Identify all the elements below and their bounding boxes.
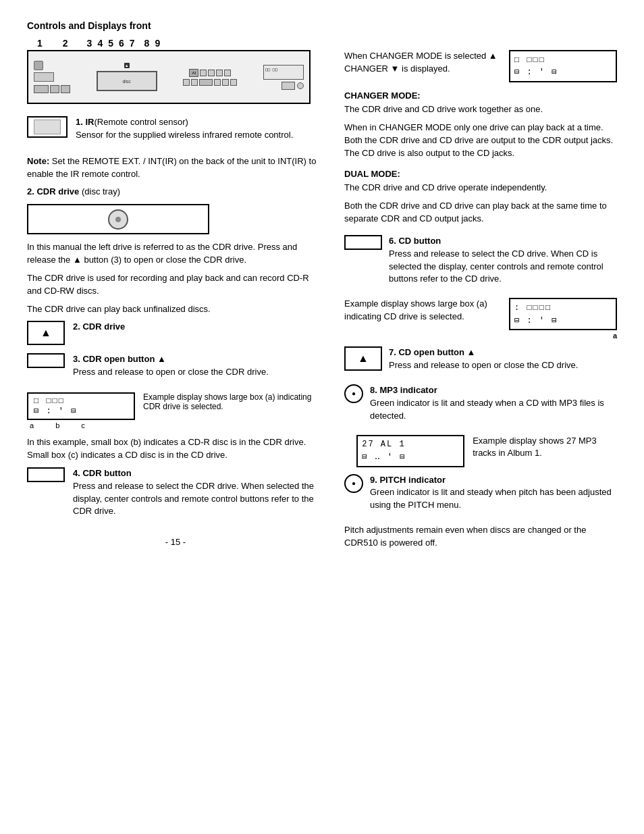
item-2-qualifier: (disc tray) — [82, 186, 120, 197]
cd-display-a-label: a — [509, 332, 617, 340]
cd-eject-icon: ▲ — [344, 346, 382, 371]
diagram-num-4: 4 — [97, 38, 103, 49]
changer-mode-title: CHANGER MODE: — [344, 90, 617, 101]
cdr-display-row2: ⊟ : ′ ⊟ — [34, 406, 128, 416]
mp3-display-example: 27 AL 1 ⊟ ‥ ′ ⊟ — [356, 435, 464, 467]
dual-mode-title: DUAL MODE: — [344, 169, 617, 179]
changer-intro-display: □ □□□ ⊟ : ′ ⊟ — [509, 50, 617, 82]
mp3-display-example-block: 27 AL 1 ⊟ ‥ ′ ⊟ Example display shows 27… — [344, 435, 617, 467]
device-front-diagram: ▲ disc AI — [27, 50, 311, 104]
item-7-desc: Press and release to open or close the C… — [389, 360, 578, 370]
item-3-cdr-open: ▲ 2. CDR drive — [27, 321, 324, 345]
item-2-desc1: In this manual the left drive is referre… — [27, 241, 324, 267]
item-4-label: 3. CDR open button ▲ — [73, 354, 166, 364]
disc-slot-icon — [108, 209, 128, 230]
item-5-playmode: 4. CDR button Press and release to selec… — [27, 467, 324, 523]
diagram-num-2: 2 — [63, 38, 68, 49]
cd-display-row2: ⊟ : ′ ⊟ — [514, 315, 612, 325]
cdr-display-labels: abc — [27, 421, 135, 429]
dual-mode-desc2: Both the CDR drive and CD drive can play… — [344, 200, 617, 226]
mp3-example-text: Example display shows 27 MP3 tracks in A… — [473, 435, 617, 461]
changer-intro-block: When CHANGER MODE is selected ▲ CHANGER … — [344, 50, 617, 82]
item-7-label: 7. CD open button ▲ — [389, 347, 475, 357]
item-9-desc2: Pitch adjustments remain even when discs… — [344, 524, 617, 550]
item-7-cd-open: ▲ 7. CD open button ▲ Press and release … — [344, 346, 617, 377]
cd-button-icon — [344, 235, 382, 250]
item-1-label: 1. IR — [76, 117, 94, 127]
diagram-num-3: 3 — [87, 38, 92, 49]
cd-display-row1: : □□□□ — [514, 303, 612, 313]
diagram-num-9: 9 — [155, 38, 160, 49]
changer-intro-text: When CHANGER MODE is selected ▲ CHANGER … — [344, 50, 509, 76]
cdr-display-row1: □ □□□ — [34, 396, 128, 406]
cdr-button-icon — [27, 353, 65, 368]
dual-mode-section: DUAL MODE: The CDR drive and CD drive op… — [344, 169, 617, 226]
item-9-desc: Green indicator is lit and steady when p… — [370, 487, 612, 510]
diagram-num-7: 7 — [130, 38, 135, 49]
changer-display-row2: ⊟ : ′ ⊟ — [514, 67, 612, 77]
item-9-label: 9. PITCH indicator — [370, 475, 446, 485]
diagram-num-8: 8 — [144, 38, 150, 49]
ir-note: Note: Set the REMOTE EXT. / INT(IR) on t… — [27, 155, 324, 181]
item-8-label: 8. MP3 indicator — [370, 385, 437, 395]
section-title: Controls and Displays front — [27, 20, 324, 31]
mp3-indicator-icon: ● — [344, 384, 363, 403]
item-9-pitch: ● 9. PITCH indicator Green indicator is … — [344, 474, 617, 518]
item-1-desc: Sensor for the supplied wireless infrare… — [76, 130, 293, 140]
item-8-desc: Green indicator is lit and steady when a… — [370, 398, 604, 421]
cdr-note-boxes: In this example, small box (b) indicates… — [27, 436, 324, 462]
changer-mode-desc2: When in CHANGER MODE only one drive can … — [344, 122, 617, 160]
playmode-button-icon — [27, 467, 65, 482]
ir-sensor-icon — [27, 116, 68, 138]
cd-display-example: : □□□□ ⊟ : ′ ⊟ — [509, 298, 617, 330]
item-2-label: 2. CDR drive — [27, 186, 79, 197]
item-6-desc: Press and release to select the CD drive… — [389, 249, 603, 284]
cdr-eject-icon: ▲ — [27, 321, 65, 345]
cdr-display-example: □ □□□ ⊟ : ′ ⊟ — [27, 392, 135, 420]
cd-example-text: Example display shows large box (a) indi… — [344, 298, 501, 323]
changer-mode-section: CHANGER MODE: The CDR drive and CD drive… — [344, 90, 617, 159]
item-1-ir: 1. IR(Remote control sensor) Sensor for … — [27, 116, 324, 147]
item-6-label: 6. CD button — [389, 236, 441, 246]
cdr-display-example-block: □ □□□ ⊟ : ′ ⊟ abc Example display shows … — [27, 392, 324, 429]
cdr-example-text: Example display shows large box (a) indi… — [143, 392, 324, 411]
item-1-qualifier: (Remote control sensor) — [94, 117, 188, 127]
item-2-desc3: The CDR drive can play back unfinalized … — [27, 303, 324, 316]
page-number: - 15 - — [27, 537, 324, 547]
item-5-desc: Press and release to select the CDR driv… — [73, 481, 314, 517]
item-4-desc: Press and release to open or close the C… — [73, 367, 269, 377]
item-2-desc2: The CDR drive is used for recording and … — [27, 272, 324, 298]
diagram-num-1: 1 — [37, 38, 43, 49]
mp3-display-row2: ⊟ ‥ ′ ⊟ — [362, 452, 459, 462]
pitch-indicator-icon: ● — [344, 474, 363, 493]
mp3-display-row1: 27 AL 1 — [362, 440, 459, 449]
cd-display-example-block: Example display shows large box (a) indi… — [344, 298, 617, 340]
item-4-cdr-button: 3. CDR open button ▲ Press and release t… — [27, 353, 324, 384]
diagram-num-5: 5 — [108, 38, 113, 49]
item-8-mp3: ● 8. MP3 indicator Green indicator is li… — [344, 384, 617, 428]
item-5-label: 4. CDR button — [73, 468, 132, 478]
changer-mode-desc1: The CDR drive and CD drive work together… — [344, 103, 617, 116]
changer-display-row1: □ □□□ — [514, 55, 612, 65]
diagram-num-6: 6 — [119, 38, 124, 49]
item-3-label: 2. CDR drive — [73, 321, 125, 332]
item-6-cd-button: 6. CD button Press and release to select… — [344, 235, 617, 291]
dual-mode-desc1: The CDR drive and CD drive operate indep… — [344, 182, 617, 194]
cdr-drive-diagram — [27, 204, 209, 234]
